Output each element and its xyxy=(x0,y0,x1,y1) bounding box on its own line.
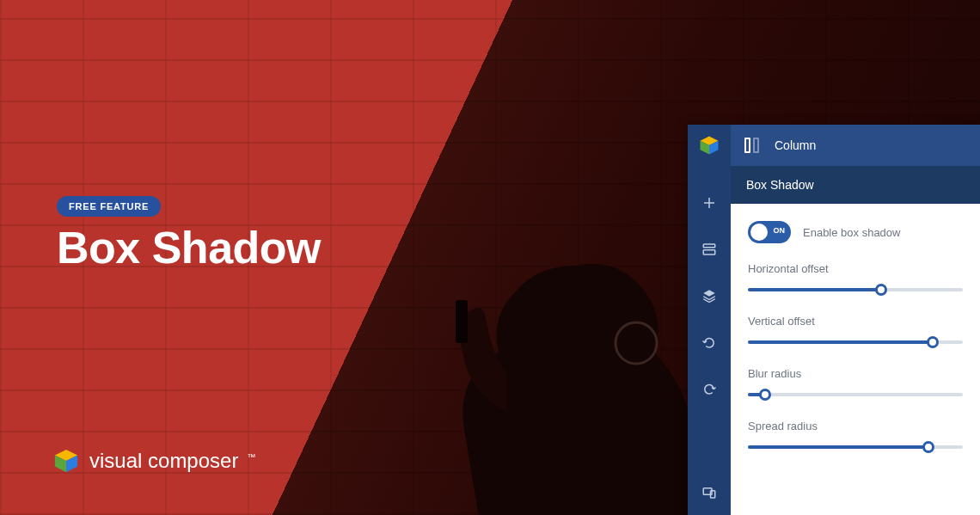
enable-shadow-toggle[interactable]: ON xyxy=(748,221,791,243)
enable-shadow-row: ON Enable box shadow xyxy=(748,221,963,243)
horizontal-offset-label: Horizontal offset xyxy=(748,262,963,275)
sidebar-redo-button[interactable] xyxy=(688,365,731,412)
toggle-on-label: ON xyxy=(774,226,786,235)
panel-sidebar xyxy=(688,125,731,515)
undo-icon xyxy=(701,334,717,350)
blur-radius-group: Blur radius xyxy=(748,367,963,401)
panel-header: Column xyxy=(731,125,980,166)
settings-panel: Column Box Shadow ON Enable box shadow H… xyxy=(688,125,980,515)
trademark-icon: ™ xyxy=(247,452,255,462)
svg-rect-8 xyxy=(703,244,715,248)
visual-composer-logo-icon xyxy=(53,448,79,474)
plus-icon xyxy=(701,195,717,211)
devices-icon xyxy=(701,485,717,500)
sidebar-layers-button[interactable] xyxy=(688,273,731,319)
feature-badge: FREE FEATURE xyxy=(57,196,161,217)
vertical-offset-slider[interactable] xyxy=(748,336,963,348)
panel-body: ON Enable box shadow Horizontal offset V… xyxy=(731,204,980,470)
template-icon xyxy=(701,242,717,257)
layers-icon xyxy=(701,288,717,303)
horizontal-offset-group: Horizontal offset xyxy=(748,262,963,296)
svg-rect-0 xyxy=(456,300,468,343)
vertical-offset-group: Vertical offset xyxy=(748,315,963,348)
horizontal-offset-slider[interactable] xyxy=(748,284,963,296)
panel-title: Column xyxy=(775,138,816,152)
hero-title: Box Shadow xyxy=(57,222,321,273)
panel-content: Column Box Shadow ON Enable box shadow H… xyxy=(731,125,980,515)
blur-radius-label: Blur radius xyxy=(748,367,963,380)
vertical-offset-label: Vertical offset xyxy=(748,315,963,328)
blur-radius-slider[interactable] xyxy=(748,389,963,401)
redo-icon xyxy=(701,381,717,396)
brand-name: visual composer xyxy=(89,449,238,473)
spread-radius-label: Spread radius xyxy=(748,420,963,432)
brand-lockup: visual composer ™ xyxy=(53,448,255,474)
column-icon xyxy=(744,138,759,153)
sidebar-undo-button[interactable] xyxy=(688,319,731,365)
spread-radius-slider[interactable] xyxy=(748,441,963,453)
toggle-knob xyxy=(750,224,768,241)
enable-shadow-label: Enable box shadow xyxy=(803,226,900,239)
svg-rect-9 xyxy=(703,250,715,254)
sidebar-devices-button[interactable] xyxy=(688,469,731,515)
hero-banner: FREE FEATURE Box Shadow visual composer … xyxy=(0,0,980,515)
sidebar-add-button[interactable] xyxy=(688,180,731,226)
spread-radius-group: Spread radius xyxy=(748,420,963,453)
sidebar-template-button[interactable] xyxy=(688,226,731,273)
section-title: Box Shadow xyxy=(731,166,980,204)
person-silhouette xyxy=(378,240,705,515)
visual-composer-logo-icon xyxy=(699,135,720,156)
